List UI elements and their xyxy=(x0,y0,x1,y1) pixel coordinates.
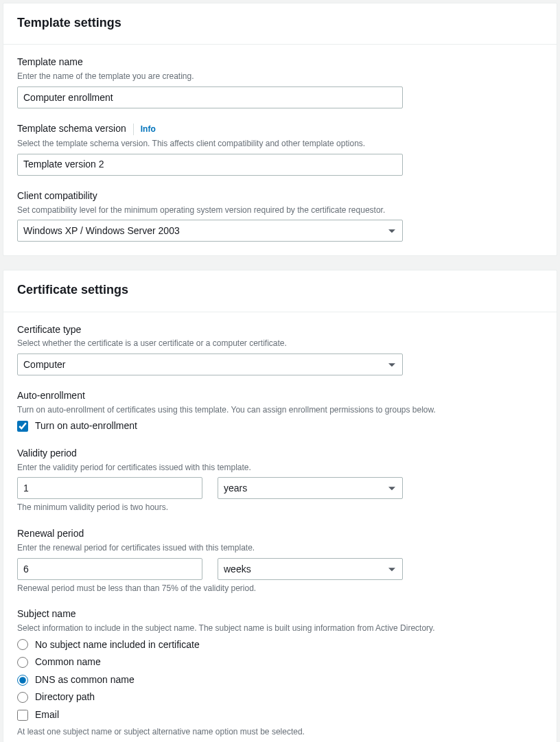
cert-type-desc: Select whether the certificate is a user… xyxy=(17,338,543,349)
template-settings-title: Template settings xyxy=(17,14,543,32)
client-compat-field: Client compatibility Set compatibility l… xyxy=(17,189,543,242)
subject-email-label[interactable]: Email xyxy=(35,708,59,722)
template-settings-panel: Template settings Template name Enter th… xyxy=(3,3,557,256)
template-name-input[interactable] xyxy=(17,86,403,108)
renewal-hint: Renewal period must be less than than 75… xyxy=(17,583,543,594)
schema-version-label: Template schema version xyxy=(17,122,126,136)
subject-dir-radio[interactable] xyxy=(17,692,28,703)
renewal-desc: Enter the renewal period for certificate… xyxy=(17,542,543,554)
subject-none-radio[interactable] xyxy=(17,639,28,650)
schema-version-info-link[interactable]: Info xyxy=(133,124,156,135)
certificate-settings-title: Certificate settings xyxy=(17,281,543,299)
template-settings-header: Template settings xyxy=(3,3,557,45)
subject-name-desc: Select information to include in the sub… xyxy=(17,623,543,634)
subject-common-label[interactable]: Common name xyxy=(35,656,101,669)
certificate-settings-body: Certificate type Select whether the cert… xyxy=(3,312,557,742)
certificate-settings-panel: Certificate settings Certificate type Se… xyxy=(3,270,557,742)
validity-label: Validity period xyxy=(17,447,543,461)
schema-version-value: Template version 2 xyxy=(17,154,403,176)
template-name-desc: Enter the name of the template you are c… xyxy=(17,71,543,82)
renewal-unit-select-button[interactable]: weeks xyxy=(218,558,403,580)
client-compat-desc: Set compatibility level for the minimum … xyxy=(17,205,543,216)
subject-name-hint: At least one subject name or subject alt… xyxy=(17,726,543,738)
schema-version-field: Template schema version Info Select the … xyxy=(17,122,543,176)
template-name-label: Template name xyxy=(17,56,543,69)
subject-none-label[interactable]: No subject name included in certificate xyxy=(35,638,200,652)
subject-dir-label[interactable]: Directory path xyxy=(35,691,95,704)
cert-type-select[interactable]: Computer xyxy=(17,353,403,375)
template-settings-body: Template name Enter the name of the temp… xyxy=(3,45,557,255)
validity-field: Validity period Enter the validity perio… xyxy=(17,447,543,513)
cert-type-label: Certificate type xyxy=(17,323,543,337)
client-compat-select-button[interactable]: Windows XP / Windows Server 2003 xyxy=(17,220,403,242)
subject-common-radio[interactable] xyxy=(17,657,28,668)
subject-name-label: Subject name xyxy=(17,607,543,621)
renewal-label: Renewal period xyxy=(17,527,543,541)
cert-type-field: Certificate type Select whether the cert… xyxy=(17,323,543,375)
certificate-settings-header: Certificate settings xyxy=(3,270,557,312)
renewal-value-input[interactable] xyxy=(17,558,202,580)
auto-enroll-checkbox[interactable] xyxy=(17,421,28,432)
validity-desc: Enter the validity period for certificat… xyxy=(17,462,543,474)
subject-name-field: Subject name Select information to inclu… xyxy=(17,607,543,737)
cert-type-select-button[interactable]: Computer xyxy=(17,353,403,375)
renewal-unit-select[interactable]: weeks xyxy=(218,558,403,580)
validity-unit-select[interactable]: years xyxy=(218,477,403,499)
renewal-field: Renewal period Enter the renewal period … xyxy=(17,527,543,594)
client-compat-label: Client compatibility xyxy=(17,189,543,203)
client-compat-select[interactable]: Windows XP / Windows Server 2003 xyxy=(17,220,403,242)
auto-enroll-checkbox-label[interactable]: Turn on auto-enrollment xyxy=(35,419,137,433)
schema-version-desc: Select the template schema version. This… xyxy=(17,138,543,150)
validity-unit-select-button[interactable]: years xyxy=(218,477,403,499)
validity-hint: The minimum validity period is two hours… xyxy=(17,502,543,513)
subject-email-checkbox[interactable] xyxy=(17,710,28,721)
auto-enroll-label: Auto-enrollment xyxy=(17,389,543,403)
subject-name-options: No subject name included in certificate … xyxy=(17,638,543,722)
subject-dns-label[interactable]: DNS as common name xyxy=(35,673,135,687)
subject-dns-radio[interactable] xyxy=(17,675,28,686)
template-name-field: Template name Enter the name of the temp… xyxy=(17,56,543,108)
auto-enroll-desc: Turn on auto-enrollment of certificates … xyxy=(17,404,543,416)
validity-value-input[interactable] xyxy=(17,477,202,499)
auto-enroll-field: Auto-enrollment Turn on auto-enrollment … xyxy=(17,389,543,433)
